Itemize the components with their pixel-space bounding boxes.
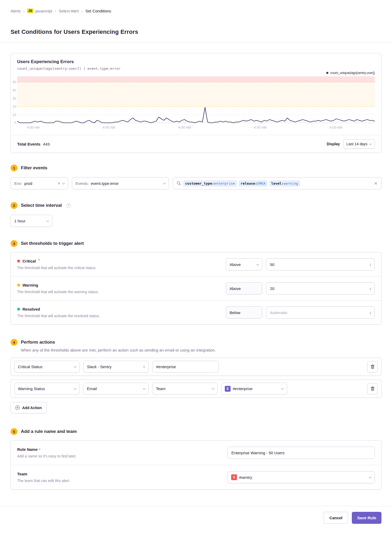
chevron-down-icon (369, 142, 372, 145)
environment-select-label: Env: (14, 181, 22, 186)
action-channel-input[interactable]: #enterprise (152, 361, 219, 373)
rule-name-input[interactable]: Enterprise Warning - 50 Users (227, 447, 375, 459)
number-stepper-icon[interactable]: ↕ (370, 286, 372, 291)
rule-name-description: Add a name so it's easy to find later. (17, 454, 221, 458)
warning-status-dot-icon (17, 284, 20, 287)
action-status-select[interactable]: Critical Status (14, 361, 80, 373)
filter-events-title: Filter events (21, 165, 47, 171)
action-channel-value: #enterprise (156, 364, 176, 369)
chevron-down-icon (143, 387, 146, 390)
warning-threshold-input[interactable]: 20 ↕ (266, 282, 375, 294)
action-service-value: Email (87, 386, 97, 391)
display-label: Display (327, 142, 340, 146)
critical-threshold-row: Critical * The threshold that will activ… (11, 252, 381, 276)
events-chart: 010203040504:00 AM4:00 AM4:00 AM4:00 AM4… (17, 76, 375, 131)
display-range-dropdown[interactable]: Last 14 days (343, 139, 375, 149)
x-axis-tick-label: 4:00 AM (102, 125, 115, 129)
delete-action-button[interactable] (367, 361, 378, 372)
rule-name-row: Rule Name * Add a name so it's easy to f… (11, 441, 381, 465)
add-action-button[interactable]: Add Action (11, 402, 46, 413)
step-number-badge: 2 (11, 202, 17, 209)
trash-icon (371, 364, 375, 369)
rule-name-label: Rule Name (17, 447, 38, 452)
resolved-label: Resolved (22, 307, 40, 311)
search-icon (177, 181, 181, 185)
time-interval-select[interactable]: 1 hour (11, 215, 52, 227)
step-number-badge: 5 (11, 428, 17, 435)
chart-svg (17, 76, 375, 124)
help-icon[interactable]: ? (66, 203, 71, 208)
time-interval-title: Select time interval (21, 203, 62, 208)
action-status-select[interactable]: Warning Status (14, 383, 80, 395)
footer-actions: Cancel Save Rule (0, 506, 392, 524)
action-service-select[interactable]: Slack - Sentry (83, 361, 149, 373)
perform-actions-title: Perform actions (21, 340, 55, 345)
breadcrumb-project-label: javascript (35, 9, 52, 13)
step-number-badge: 3 (11, 240, 17, 247)
time-interval-value: 1 hour (14, 219, 26, 223)
environment-clear-icon[interactable]: ✕ (58, 182, 60, 185)
warning-condition-box: Above (226, 282, 262, 294)
token-value: enterprise (214, 181, 235, 185)
breadcrumb-separator: › (55, 9, 56, 13)
team-description: The team that can edit this alert. (17, 479, 221, 483)
search-clear-icon[interactable]: ✕ (374, 181, 377, 185)
token-key: level: (271, 181, 284, 185)
critical-threshold-value: 50 (270, 262, 274, 267)
add-action-label: Add Action (22, 406, 42, 410)
rule-team-select[interactable]: S #sentry (227, 471, 375, 483)
thresholds-title: Set thresholds to trigger alert (21, 241, 84, 246)
filter-search-input[interactable]: customer_type:enterprise release:EMEA le… (173, 177, 381, 189)
breadcrumb-project[interactable]: JS javascript (27, 8, 52, 13)
display-range-value: Last 14 days (347, 142, 367, 146)
legend-series-label: count_unique(tags[sentry:user]) (330, 71, 375, 75)
critical-condition-select[interactable]: Above (226, 258, 262, 270)
chevron-down-icon (143, 365, 146, 368)
save-rule-button[interactable]: Save Rule (352, 512, 381, 524)
critical-label: Critical (22, 259, 36, 263)
chevron-down-icon (369, 476, 372, 478)
critical-threshold-input[interactable]: 50 ↕ (266, 258, 375, 270)
events-type-select[interactable]: Events: event.type:error (72, 177, 169, 189)
section-time-interval: 2 Select time interval ? 1 hour (11, 202, 381, 227)
chevron-down-icon (281, 387, 284, 390)
critical-status-dot-icon (17, 260, 20, 263)
warning-description: The threshold that will activate the war… (17, 290, 220, 294)
action-team-select[interactable]: E #enterprise (221, 383, 287, 395)
team-avatar-icon: S (231, 474, 237, 480)
resolved-description: The threshold that will activate the res… (17, 314, 220, 318)
rule-team-value: #sentry (239, 475, 252, 480)
search-token[interactable]: release:EMEA (239, 181, 267, 186)
number-stepper-icon[interactable]: ↕ (370, 310, 372, 315)
search-token[interactable]: customer_type:enterprise (184, 181, 236, 186)
environment-select[interactable]: Env: prod ✕ (11, 177, 68, 189)
action-row-warning: Warning Status Email Team E #enterprise (11, 380, 381, 398)
javascript-project-icon: JS (27, 8, 33, 13)
token-key: customer_type: (185, 181, 214, 185)
breadcrumb-alerts[interactable]: Alerts (11, 9, 21, 13)
action-team-value: #enterprise (233, 386, 253, 391)
section-thresholds: 3 Set thresholds to trigger alert Critic… (11, 240, 381, 325)
plus-circle-icon (15, 405, 20, 410)
section-filter-events: 1 Filter events Env: prod ✕ Events: even… (11, 165, 381, 189)
search-token[interactable]: level:warning (270, 181, 300, 186)
chart-legend: count_unique(tags[sentry:user]) (11, 71, 381, 75)
resolved-status-dot-icon (17, 308, 20, 311)
chart-panel: Users Experiencing Errors count_unique(t… (11, 53, 381, 153)
rule-name-value: Enterprise Warning - 50 Users (231, 451, 284, 455)
rule-name-title: Add a rule name and team (21, 429, 77, 434)
delete-action-button[interactable] (367, 383, 378, 394)
action-service-select[interactable]: Email (83, 383, 149, 395)
resolved-threshold-input[interactable]: Automatic ↕ (266, 306, 375, 319)
action-status-value: Warning Status (18, 386, 45, 391)
breadcrumb-select-alert[interactable]: Select Alert (59, 9, 79, 13)
cancel-button[interactable]: Cancel (324, 512, 348, 524)
resolved-threshold-row: Resolved The threshold that will activat… (11, 300, 381, 324)
token-key: release: (241, 181, 257, 185)
token-value: warning (284, 181, 298, 185)
action-target-type-select[interactable]: Team (152, 383, 218, 395)
x-axis-tick-label: 4:00 AM (27, 125, 40, 129)
chart-title: Users Experiencing Errors (17, 59, 375, 64)
step-number-badge: 1 (11, 165, 17, 171)
number-stepper-icon[interactable]: ↕ (370, 262, 372, 267)
